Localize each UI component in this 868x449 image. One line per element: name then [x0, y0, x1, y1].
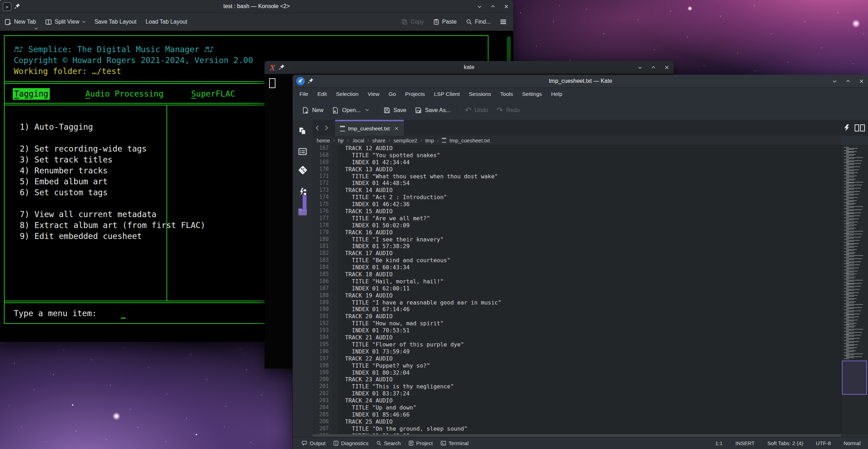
new-tab-button[interactable]: New Tab	[0, 13, 41, 31]
statusbar-highlight-mode[interactable]: Normal	[844, 440, 861, 446]
breadcrumb-separator-icon: ›	[365, 137, 372, 143]
symbols-outline-icon[interactable]	[298, 147, 308, 156]
split-view-icon[interactable]	[855, 124, 865, 131]
terminal-prompt[interactable]: Type a menu item:	[14, 308, 97, 319]
minimap-line-mark	[844, 217, 849, 218]
konsole-titlebar[interactable]: > test : bash — Konsole <2>	[0, 0, 513, 13]
open-label: Open...	[342, 107, 360, 113]
kate-menubar: FileEditSelectionViewGoProjectsLSP Clien…	[293, 88, 868, 100]
terminal-tab-audio-processing[interactable]: Audio Processing	[84, 88, 165, 100]
menu-help[interactable]: Help	[547, 88, 567, 100]
line-text: TITLE "Up and down"	[338, 404, 417, 411]
terminal-header-line: Copyright © Howard Rogers 2021-2024, Ver…	[14, 55, 253, 66]
close-button[interactable]	[858, 78, 864, 84]
save-as-button[interactable]: Save As...	[411, 104, 455, 117]
editor-line: 186 TITLE "Hail, mortal, hail!"	[312, 278, 841, 285]
menu-sessions[interactable]: Sessions	[464, 88, 496, 100]
menu-selection[interactable]: Selection	[332, 88, 363, 100]
breadcrumb-item-tmp-cuesheet-txt[interactable]: tmp_cuesheet.txt	[449, 137, 490, 143]
statusbar-diagnostics-button[interactable]: Diagnostics	[329, 437, 372, 449]
horizontal-scrollbar[interactable]	[312, 434, 841, 437]
folding-margin	[332, 425, 338, 432]
maximize-button[interactable]	[650, 64, 656, 70]
menu-edit[interactable]: Edit	[313, 88, 332, 100]
statusbar-project-button[interactable]: Project	[405, 437, 437, 449]
breadcrumb: home›hjr›.local›share›semplice2›tmp›tmp_…	[312, 136, 841, 145]
kate-titlebar[interactable]: tmp_cuesheet.txt — Kate	[293, 75, 868, 88]
line-number: 207	[312, 425, 332, 432]
menu-lsp-client[interactable]: LSP Client	[429, 88, 464, 100]
git-icon[interactable]	[298, 165, 308, 175]
statusbar-cursor-position[interactable]: 1:1	[715, 440, 723, 446]
statusbar-terminal-button[interactable]: Terminal	[437, 437, 473, 449]
statusbar-input-mode[interactable]: INSERT	[735, 440, 755, 446]
open-button[interactable]: Open...	[328, 104, 373, 117]
minimize-button[interactable]	[832, 78, 837, 84]
statusbar-search-button[interactable]: Search	[372, 437, 405, 449]
new-document-label: New	[312, 107, 323, 113]
split-view-button[interactable]: Split View	[41, 13, 90, 31]
tab-tmp-cuesheet[interactable]: tmp_cuesheet.txt ✕	[335, 120, 404, 136]
quick-open-icon[interactable]	[844, 124, 849, 131]
close-button[interactable]	[503, 4, 509, 9]
save-button[interactable]: Save	[379, 104, 411, 117]
load-tab-layout-button[interactable]: Load Tab Layout	[141, 13, 192, 31]
breadcrumb-item-semplice2[interactable]: semplice2	[393, 137, 418, 143]
minimap-line-mark	[846, 204, 854, 205]
folding-margin	[332, 159, 338, 166]
breadcrumb-item-home[interactable]: home	[316, 137, 331, 143]
chevron-down-icon[interactable]	[365, 109, 369, 111]
minimize-button[interactable]	[637, 64, 643, 70]
breadcrumb-item-tmp[interactable]: tmp	[425, 137, 435, 143]
statusbar-tab-mode[interactable]: Soft Tabs: 2 (4)	[767, 440, 803, 446]
minimize-button[interactable]	[477, 4, 482, 9]
hamburger-menu-icon[interactable]	[495, 13, 513, 31]
undo-button[interactable]: ↶ Undo	[461, 104, 492, 117]
breadcrumb-item--local[interactable]: .local	[351, 137, 365, 143]
folding-margin	[332, 306, 338, 313]
terminal-tab-tagging[interactable]: Tagging	[13, 88, 50, 100]
kate-secondary-titlebar[interactable]: X kate	[265, 61, 674, 74]
line-text: TRACK 19 AUDIO	[338, 292, 393, 299]
editor-view[interactable]: 167 TRACK 12 AUDIO168 TITLE "You spotted…	[312, 145, 841, 434]
menu-settings[interactable]: Settings	[518, 88, 547, 100]
find-button[interactable]: Find...	[461, 13, 495, 31]
statusbar-encoding[interactable]: UTF-8	[816, 440, 831, 446]
forward-button[interactable]	[322, 120, 331, 136]
back-button[interactable]	[312, 120, 322, 136]
menu-view[interactable]: View	[363, 88, 384, 100]
menu-go[interactable]: Go	[384, 88, 401, 100]
maximize-button[interactable]	[845, 78, 851, 84]
terminal-tab-superflac[interactable]: SuperFLAC	[190, 88, 237, 100]
chevron-down-icon[interactable]	[35, 27, 38, 30]
paste-button[interactable]: Paste	[429, 13, 461, 31]
minimap-line-mark	[844, 300, 849, 301]
documents-icon[interactable]	[298, 126, 308, 136]
minimap-line-mark	[844, 159, 849, 160]
maximize-button[interactable]	[490, 4, 496, 9]
menu-tools[interactable]: Tools	[496, 88, 517, 100]
pin-icon[interactable]	[14, 3, 20, 9]
redo-button[interactable]: ↷ Redo	[492, 104, 524, 117]
menu-projects[interactable]: Projects	[400, 88, 429, 100]
pin-icon[interactable]	[279, 64, 285, 70]
menu-file[interactable]: File	[295, 88, 313, 100]
terminal-menu-item: 6) Set custom tags	[20, 187, 205, 198]
breadcrumb-item-share[interactable]: share	[371, 137, 386, 143]
line-text: TRACK 16 AUDIO	[338, 229, 393, 236]
new-document-button[interactable]: New	[298, 104, 328, 117]
statusbar-output-button[interactable]: Output	[298, 437, 329, 449]
minimap-line-mark	[846, 320, 858, 320]
close-tab-icon[interactable]: ✕	[394, 125, 399, 132]
pin-icon[interactable]	[308, 78, 314, 84]
close-button[interactable]	[664, 64, 669, 70]
minimap-scrollbar[interactable]	[841, 145, 868, 434]
editor-line: 174 TITLE "Act 2 : Introduction"	[312, 194, 841, 201]
breadcrumb-item-hjr[interactable]: hjr	[337, 137, 345, 143]
line-number: 195	[312, 341, 332, 348]
save-tab-layout-button[interactable]: Save Tab Layout	[90, 13, 141, 31]
copy-button[interactable]: Copy	[397, 13, 428, 31]
minimap-line-mark	[844, 199, 849, 200]
kate-toolbar: New Open... Save Save As... ↶ Undo ↷ Red…	[293, 100, 868, 120]
minimap-view-indicator[interactable]	[842, 361, 867, 395]
